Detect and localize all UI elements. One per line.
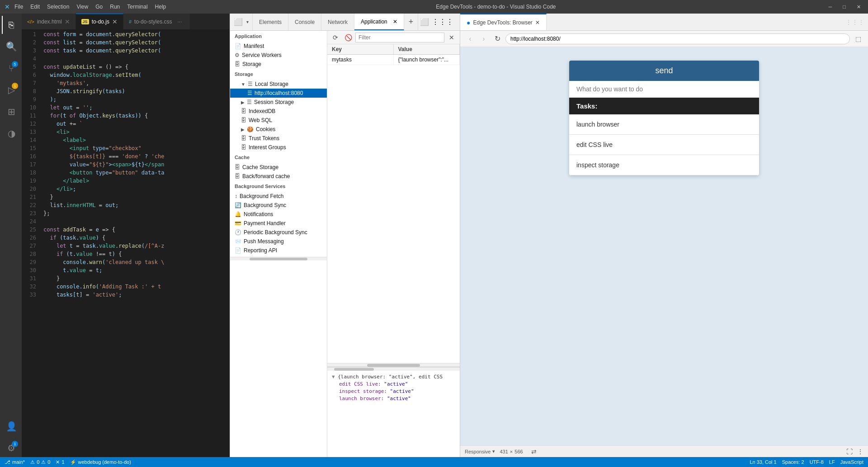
sidebar-session-storage[interactable]: ▶ ☰ Session Storage bbox=[230, 98, 327, 107]
sidebar-local-storage[interactable]: ▼ ☰ Local Storage bbox=[230, 80, 327, 89]
minimize-button[interactable]: ─ bbox=[826, 3, 835, 11]
sidebar-scrollbar[interactable] bbox=[230, 257, 327, 260]
sidebar-indexeddb[interactable]: 🗄 IndexedDB bbox=[230, 107, 327, 116]
sidebar-service-workers[interactable]: ⚙ Service Workers bbox=[230, 51, 327, 60]
forward-button[interactable]: › bbox=[478, 33, 489, 44]
tab-todo-js[interactable]: JS to-do.js ✕ bbox=[76, 14, 123, 29]
sidebar-manifest[interactable]: 📄 Manifest bbox=[230, 42, 327, 51]
sidebar-bfcache[interactable]: 🗄 Back/forward cache bbox=[230, 172, 327, 181]
table-scrollbar[interactable] bbox=[327, 363, 460, 367]
tab-network[interactable]: Network bbox=[321, 14, 354, 30]
browser-tab-close-icon[interactable]: ✕ bbox=[535, 19, 540, 26]
send-button[interactable]: send bbox=[569, 61, 759, 81]
sidebar-bg-fetch[interactable]: ↕ Background Fetch bbox=[230, 192, 327, 201]
code-editor[interactable]: const form = document.querySelector( con… bbox=[40, 29, 230, 457]
sidebar-payment-handler[interactable]: 💳 Payment Handler bbox=[230, 219, 327, 228]
sidebar-periodic-bg-sync[interactable]: 🕐 Periodic Background Sync bbox=[230, 228, 327, 237]
bg-fetch-label: Background Fetch bbox=[240, 193, 283, 199]
menu-file[interactable]: File bbox=[14, 4, 23, 10]
settings-badge: 1 bbox=[12, 441, 18, 447]
sidebar-cache-storage[interactable]: 🗄 Cache Storage bbox=[230, 163, 327, 172]
sidebar-trust-tokens[interactable]: 🗄 Trust Tokens bbox=[230, 134, 327, 143]
more-options-icon[interactable]: ⋮ bbox=[857, 448, 863, 455]
preview-scrollbar[interactable] bbox=[327, 367, 460, 371]
debug-icon: ⚡ bbox=[70, 459, 76, 465]
settings-icon[interactable]: ⚙ 1 bbox=[2, 439, 20, 457]
explorer-icon[interactable]: ⎘ bbox=[2, 16, 20, 34]
warnings-count: 0 bbox=[47, 459, 50, 465]
dock-icon[interactable]: ⬜ bbox=[420, 18, 429, 26]
tab-console[interactable]: Console bbox=[288, 14, 321, 30]
source-control-icon[interactable]: ⑂ 5 bbox=[2, 59, 20, 77]
git-branch-icon: ⎇ bbox=[5, 459, 10, 465]
devtools-body: Application 📄 Manifest ⚙ Service Workers… bbox=[230, 31, 460, 457]
edge-browser-icon[interactable]: ◑ bbox=[2, 124, 20, 142]
editor-tabs: </> index.html ✕ JS to-do.js ✕ # to-do-s… bbox=[22, 14, 230, 29]
more-options-icon[interactable]: ⋮⋮⋮ bbox=[432, 18, 453, 26]
info-icon: ✕ bbox=[56, 459, 60, 465]
extensions-icon[interactable]: ⊞ bbox=[2, 103, 20, 121]
debug-status[interactable]: ⚡ webdebug (demo-to-do) bbox=[70, 459, 131, 465]
inspect-icon[interactable]: ⬚ bbox=[853, 33, 863, 44]
eol-status[interactable]: LF bbox=[829, 459, 835, 465]
tab-styles-css[interactable]: # to-do-styles.css ··· bbox=[123, 14, 191, 29]
encoding-status[interactable]: UTF-8 bbox=[810, 459, 824, 465]
browser-tab-label: Edge DevTools: Browser bbox=[473, 19, 532, 26]
filter-input[interactable] bbox=[355, 33, 444, 42]
errors-status[interactable]: ⚠ 0 ⚠ 0 bbox=[30, 459, 50, 465]
sidebar-storage[interactable]: 🗄 Storage bbox=[230, 60, 327, 69]
maximize-button[interactable]: □ bbox=[840, 3, 849, 11]
reload-button[interactable]: ↻ bbox=[492, 33, 503, 44]
ln-col-status[interactable]: Ln 33, Col 1 bbox=[750, 459, 776, 465]
sidebar-interest-groups[interactable]: 🗄 Interest Groups bbox=[230, 143, 327, 152]
task-item: inspect storage bbox=[569, 155, 759, 175]
menu-selection[interactable]: Selection bbox=[47, 4, 69, 10]
menu-go[interactable]: Go bbox=[95, 4, 103, 10]
back-button[interactable]: ‹ bbox=[465, 33, 476, 44]
url-bar[interactable] bbox=[505, 33, 850, 44]
sidebar-push-messaging[interactable]: 📨 Push Messaging bbox=[230, 237, 327, 246]
browser-preview-tab[interactable]: ● Edge DevTools: Browser ✕ bbox=[460, 14, 547, 30]
sidebar-notifications[interactable]: 🔔 Notifications bbox=[230, 210, 327, 219]
menu-edit[interactable]: Edit bbox=[30, 4, 40, 10]
application-tab-close-icon[interactable]: ✕ bbox=[393, 19, 397, 25]
json-key-launch: launch browser bbox=[339, 396, 381, 401]
add-tab-button[interactable]: + bbox=[404, 14, 419, 30]
refresh-button[interactable]: ⟳ bbox=[330, 32, 341, 43]
info-status[interactable]: ✕ 1 bbox=[56, 459, 64, 465]
account-icon[interactable]: 👤 bbox=[2, 417, 20, 435]
task-input[interactable] bbox=[569, 81, 759, 98]
bg-sync-icon: 🔄 bbox=[235, 202, 241, 208]
table-row[interactable]: mytasks {"launch browser":"... bbox=[327, 55, 460, 65]
tab-close-icon[interactable]: ✕ bbox=[65, 18, 70, 25]
language-status[interactable]: JavaScript bbox=[840, 459, 863, 465]
menu-view[interactable]: View bbox=[76, 4, 88, 10]
clear-button[interactable]: 🚫 bbox=[343, 32, 354, 43]
devtools-panel-controls: ⬜ ⋮⋮⋮ bbox=[418, 14, 460, 30]
tab-application[interactable]: Application ✕ bbox=[354, 14, 404, 30]
git-branch[interactable]: ⎇ main* bbox=[5, 459, 25, 465]
devtools-tab-bar: ⬜ ▾ Elements Console Network Application… bbox=[230, 14, 460, 31]
spaces-status[interactable]: Spaces: 2 bbox=[782, 459, 804, 465]
tab-more-icon[interactable]: ··· bbox=[175, 19, 184, 25]
close-button[interactable]: ✕ bbox=[854, 3, 863, 11]
search-activity-icon[interactable]: 🔍 bbox=[2, 38, 20, 56]
sidebar-cookies[interactable]: ▶ 🍪 Cookies bbox=[230, 125, 327, 134]
browser-more-icon[interactable]: ⋮⋮⋮ bbox=[845, 19, 864, 26]
menu-terminal[interactable]: Terminal bbox=[127, 4, 147, 10]
responsive-select[interactable]: Responsive ▾ bbox=[465, 448, 495, 454]
menu-help[interactable]: Help bbox=[155, 4, 166, 10]
debug-icon[interactable]: ▷ 1 bbox=[2, 81, 20, 99]
sidebar-bg-sync[interactable]: 🔄 Background Sync bbox=[230, 201, 327, 210]
swap-dimensions-icon[interactable]: ⇄ bbox=[531, 448, 537, 455]
fullscreen-icon[interactable]: ⛶ bbox=[846, 448, 853, 455]
sidebar-reporting-api[interactable]: 📄 Reporting API bbox=[230, 246, 327, 255]
tab-index-html[interactable]: </> index.html ✕ bbox=[22, 14, 76, 29]
table-header: Key Value bbox=[327, 44, 460, 55]
sidebar-websql[interactable]: 🗄 Web SQL bbox=[230, 116, 327, 125]
tab-close-icon[interactable]: ✕ bbox=[112, 18, 118, 25]
menu-run[interactable]: Run bbox=[110, 4, 120, 10]
tab-elements[interactable]: Elements bbox=[253, 14, 288, 30]
filter-clear-button[interactable]: ✕ bbox=[446, 32, 457, 43]
sidebar-localhost-8080[interactable]: ☰ http://localhost:8080 bbox=[230, 89, 327, 98]
